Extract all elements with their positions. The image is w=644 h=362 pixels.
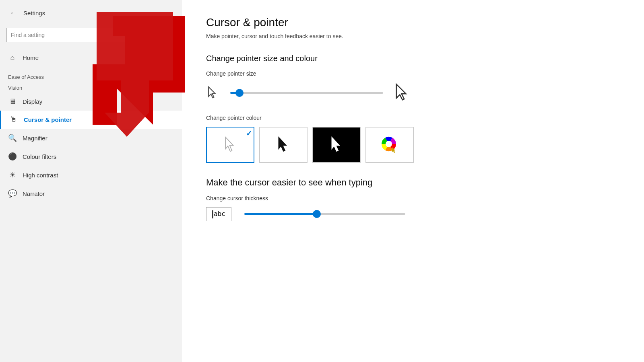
cursor-thickness-thumb[interactable]	[313, 210, 321, 218]
sidebar-item-magnifier[interactable]: 🔍 Magnifier	[0, 129, 182, 147]
back-button[interactable]: ←	[8, 7, 19, 19]
svg-point-4	[386, 141, 392, 147]
pointer-size-label: Change pointer size	[206, 70, 620, 77]
pointer-size-slider-row	[206, 82, 620, 103]
sidebar-item-narrator[interactable]: 💬 Narrator	[0, 184, 182, 203]
page-subtitle: Make pointer, cursor and touch feedback …	[206, 33, 620, 39]
pointer-colour-inverted[interactable]	[312, 127, 361, 163]
high-contrast-icon: ☀	[8, 171, 17, 179]
sidebar-item-home[interactable]: ⌂ Home	[0, 49, 182, 67]
search-box[interactable]: 🔍	[6, 28, 175, 42]
cursor-typing-heading: Make the cursor easier to see when typin…	[206, 177, 620, 188]
cursor-preview: abc	[206, 207, 231, 221]
sidebar-item-colour-filters[interactable]: ⚫ Colour filters	[0, 147, 182, 166]
home-icon: ⌂	[8, 53, 17, 62]
pointer-size-track[interactable]	[230, 92, 383, 94]
magnifier-icon: 🔍	[8, 134, 17, 142]
page-title: Cursor & pointer	[206, 16, 620, 29]
pointer-small-icon	[206, 86, 221, 100]
home-label: Home	[23, 54, 39, 61]
narrator-label: Narrator	[23, 190, 45, 197]
white-cursor-icon	[223, 136, 237, 154]
search-input[interactable]	[11, 32, 163, 38]
ease-of-access-heading: Ease of Access	[0, 67, 182, 83]
sidebar-title: Settings	[23, 10, 45, 16]
cursor-preview-text: abc	[214, 210, 225, 218]
cursor-thickness-fill	[244, 213, 317, 215]
narrator-icon: 💬	[8, 189, 17, 198]
black-cursor-icon	[276, 136, 291, 154]
pointer-colour-white[interactable]: ✓	[206, 127, 254, 163]
selected-checkmark: ✓	[246, 129, 252, 138]
cursor-thickness-row: abc	[206, 207, 620, 221]
colour-filters-label: Colour filters	[23, 153, 56, 160]
pointer-colour-black[interactable]	[259, 127, 308, 163]
inverted-cursor-icon	[328, 136, 345, 154]
sidebar-item-high-contrast[interactable]: ☀ High contrast	[0, 166, 182, 184]
search-icon: 🔍	[163, 31, 171, 39]
sidebar: ← Settings 🔍 ⌂ Home Ease of Access Visio…	[0, 0, 182, 362]
back-icon: ←	[10, 9, 17, 17]
colour-filters-icon: ⚫	[8, 152, 17, 161]
pointer-size-colour-heading: Change pointer size and colour	[206, 54, 620, 63]
sidebar-item-display[interactable]: 🖥 Display	[0, 93, 182, 111]
colour-wheel-icon	[381, 136, 398, 154]
pointer-colour-options: ✓	[206, 127, 620, 163]
sidebar-item-cursor[interactable]: 🖱 Cursor & pointer	[0, 111, 182, 129]
display-icon: 🖥	[8, 97, 17, 106]
display-label: Display	[23, 98, 42, 105]
pointer-large-icon	[393, 82, 414, 103]
main-content: Cursor & pointer Make pointer, cursor an…	[182, 0, 644, 362]
cursor-icon: 🖱	[9, 115, 18, 124]
cursor-thickness-label: Change cursor thickness	[206, 195, 620, 202]
pointer-size-thumb[interactable]	[235, 89, 244, 97]
cursor-label: Cursor & pointer	[24, 116, 72, 123]
sidebar-header: ← Settings	[0, 0, 182, 26]
pointer-colour-custom[interactable]	[365, 127, 414, 163]
magnifier-label: Magnifier	[23, 135, 47, 142]
pointer-colour-label: Change pointer colour	[206, 115, 620, 121]
cursor-bar	[212, 210, 213, 218]
high-contrast-label: High contrast	[23, 172, 58, 179]
cursor-thickness-track[interactable]	[244, 213, 405, 215]
vision-section-label: Vision	[0, 83, 182, 93]
